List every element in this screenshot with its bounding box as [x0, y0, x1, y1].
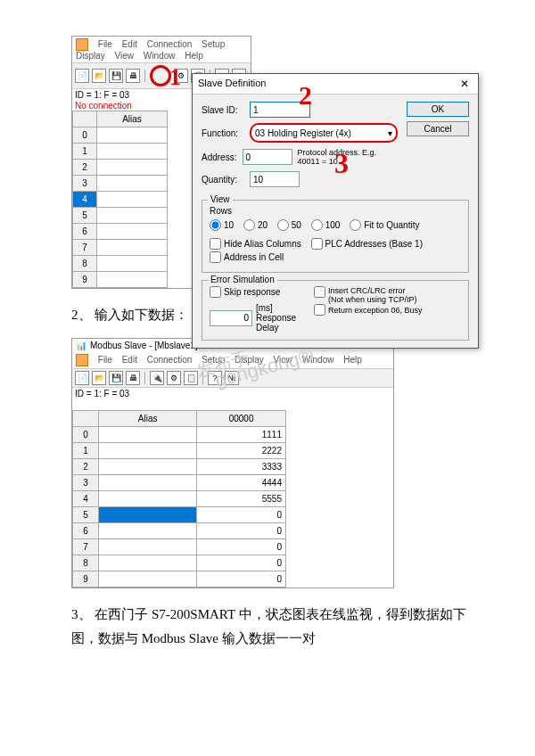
open-icon-2[interactable]: 📂 — [92, 371, 106, 385]
rows-fit[interactable]: Fit to Quantity — [350, 219, 419, 231]
menu-file[interactable]: File — [98, 39, 112, 49]
menu2-connection[interactable]: Connection — [147, 355, 193, 365]
anno-circle-1 — [150, 65, 171, 86]
ret06-check[interactable]: Return exception 06, Busy — [314, 304, 423, 316]
print-icon-2[interactable]: 🖶 — [126, 371, 140, 385]
table-row: 80 — [73, 555, 286, 571]
paragraph-3: 3、 在西门子 S7-200SMART 中，状态图表在线监视，得到数据如下图，数… — [71, 603, 490, 651]
plc-addr-check[interactable]: PLC Addresses (Base 1) — [311, 238, 424, 250]
help-icon-2[interactable]: ? — [208, 371, 222, 385]
new-icon-2[interactable]: 📄 — [75, 371, 89, 385]
menu2-help[interactable]: Help — [343, 355, 362, 365]
doc2-icon[interactable]: 📋 — [184, 371, 198, 385]
app2-icon: 📊 — [76, 341, 86, 350]
address-input[interactable] — [243, 149, 292, 165]
col2-val: 00000 — [197, 411, 286, 427]
cancel-button[interactable]: Cancel — [407, 121, 469, 136]
grid-1: Alias 0 1 2 3 4 5 6 7 8 9 — [72, 111, 168, 288]
config-icon[interactable]: ⚙ — [174, 69, 188, 83]
col-alias: Alias — [97, 111, 168, 127]
menu-display[interactable]: Display — [76, 51, 105, 61]
menubar-2: File Edit Connection Setup Display View … — [72, 352, 393, 368]
table-row: 12222 — [73, 443, 286, 459]
close-button[interactable]: ✕ — [457, 78, 473, 90]
crc-error-check[interactable]: Insert CRC/LRC error (Not when using TCP… — [314, 286, 416, 304]
col2-alias: Alias — [99, 411, 197, 427]
menu-edit[interactable]: Edit — [122, 39, 137, 49]
save-icon[interactable]: 💾 — [109, 69, 123, 83]
view-group: View Rows 10 20 50 100 Fit to Quantity H… — [202, 200, 469, 273]
rows-label: Rows — [210, 206, 461, 216]
menu-help[interactable]: Help — [185, 51, 203, 61]
doc-icon-2 — [76, 354, 88, 366]
address-label: Address: — [202, 152, 237, 162]
table-row: 50 — [73, 507, 286, 523]
addr-cell-check[interactable]: Address in Cell — [210, 251, 284, 263]
slave-id-label: Slave ID: — [202, 105, 244, 115]
menu-view[interactable]: View — [115, 51, 135, 61]
table-row: 70 — [73, 539, 286, 555]
menu2-setup[interactable]: Setup — [202, 355, 225, 365]
function-label: Function: — [202, 128, 244, 138]
table-row: 34444 — [73, 475, 286, 491]
print-icon[interactable]: 🖶 — [126, 69, 140, 83]
conn-icon-2[interactable]: 🔌 — [150, 371, 164, 385]
hide-alias-check[interactable]: Hide Alias Columns — [210, 238, 301, 250]
menu-setup[interactable]: Setup — [202, 39, 225, 49]
table-row: 60 — [73, 523, 286, 539]
menu2-file[interactable]: File — [98, 355, 112, 365]
status-2: ID = 1: F = 03 — [72, 388, 393, 399]
rows-50[interactable]: 50 — [277, 219, 301, 231]
save-icon-2[interactable]: 💾 — [109, 371, 123, 385]
quantity-input[interactable] — [250, 171, 300, 187]
grid-2: Alias00000 01111 12222 23333 34444 45555… — [72, 410, 286, 588]
table-row: 23333 — [73, 459, 286, 475]
slave-id-input[interactable] — [250, 102, 310, 118]
menu2-display[interactable]: Display — [235, 355, 264, 365]
menu-connection[interactable]: Connection — [147, 39, 193, 49]
rows-100[interactable]: 100 — [311, 219, 341, 231]
new-icon[interactable]: 📄 — [75, 69, 89, 83]
toolbar-2: 📄 📂 💾 🖶 🔌 ⚙ 📋 ? № — [72, 368, 393, 388]
delay-label: [ms] Response Delay — [256, 303, 296, 333]
menu2-edit[interactable]: Edit — [122, 355, 137, 365]
menubar-1: File Edit Connection Setup Display View … — [72, 37, 251, 62]
table-row: 90 — [73, 571, 286, 588]
open-icon[interactable]: 📂 — [92, 69, 106, 83]
menu2-window[interactable]: Window — [302, 355, 334, 365]
proto-hint: Protocol address. E.g. 40011 = 10 — [298, 148, 398, 166]
quantity-label: Quantity: — [202, 175, 244, 185]
function-combo[interactable]: 03 Holding Register (4x)▾ — [250, 123, 398, 143]
menu2-view[interactable]: View — [274, 355, 293, 365]
config-icon-2[interactable]: ⚙ — [167, 371, 181, 385]
chevron-down-icon: ▾ — [388, 128, 392, 138]
delay-input[interactable] — [210, 310, 252, 326]
about-icon-2[interactable]: № — [225, 371, 239, 385]
rows-20[interactable]: 20 — [243, 219, 268, 231]
slave-definition-dialog: Slave Definition ✕ Slave ID: Function: 0… — [192, 73, 479, 349]
dialog-title: Slave Definition — [198, 78, 266, 90]
table-row: 45555 — [73, 491, 286, 507]
rows-10[interactable]: 10 — [210, 219, 234, 231]
skip-response-check[interactable]: Skip response — [210, 286, 280, 298]
error-sim-group: Error Simulation Skip response [ms] Resp… — [202, 280, 469, 341]
table-row: 01111 — [73, 427, 286, 443]
menu-window[interactable]: Window — [144, 51, 176, 61]
app2-title: Modbus Slave - [Mbslave1] — [90, 341, 198, 350]
app-icon — [76, 38, 88, 51]
ok-button[interactable]: OK — [407, 102, 469, 117]
